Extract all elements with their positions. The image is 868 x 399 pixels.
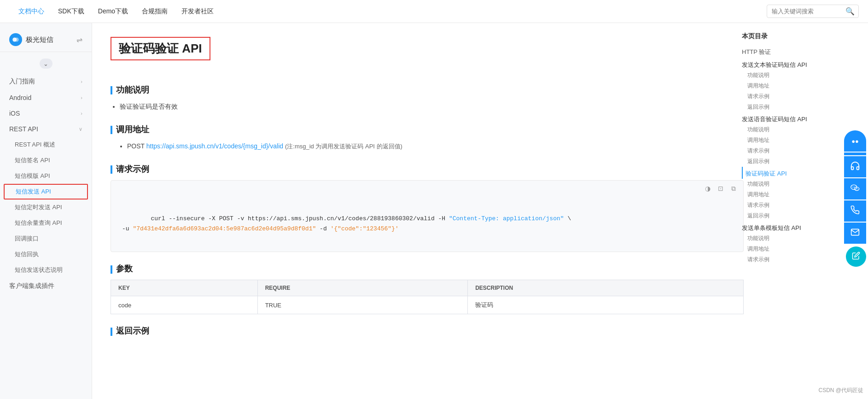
address-list: POST https://api.sms.jpush.cn/v1/codes/{… [127, 141, 744, 153]
nav-item-community[interactable]: 开发者社区 [181, 7, 214, 16]
svg-point-6 [856, 188, 856, 189]
toc-sub-address-4[interactable]: 调用地址 [742, 244, 833, 254]
search-box[interactable]: 🔍 [767, 5, 859, 18]
toc-section-send-template[interactable]: 发送单条模板短信 API [742, 221, 833, 233]
headset-icon [850, 161, 860, 173]
toc-section-send-text[interactable]: 发送文本验证码短信 API [742, 58, 833, 70]
svg-point-5 [854, 187, 855, 188]
sidebar-item-label: Android [9, 94, 31, 101]
wechat-icon [850, 183, 860, 195]
toc-sub-response-1[interactable]: 返回示例 [742, 102, 833, 112]
address-url[interactable]: https://api.sms.jpush.cn/v1/codes/{msg_i… [146, 142, 283, 150]
float-btn-headset[interactable] [844, 156, 866, 177]
chevron-right-icon: › [81, 95, 82, 100]
float-btn-email[interactable] [844, 223, 866, 244]
svg-point-7 [857, 188, 857, 189]
toc-sub-address-3[interactable]: 调用地址 [742, 189, 833, 200]
toc-section-verify[interactable]: 验证码验证 API [742, 167, 833, 179]
sidebar-item-label: iOS [9, 110, 20, 117]
section-title-response: 返回示例 [111, 325, 744, 336]
email-icon [851, 228, 860, 239]
page-title: 验证码验证 API [111, 37, 210, 60]
table-row: code TRUE 验证码 [111, 296, 744, 314]
toc-sub-function-4[interactable]: 功能说明 [742, 233, 833, 244]
function-list: 验证验证码是否有效 [120, 101, 744, 113]
nav-item-sdk[interactable]: SDK下载 [58, 7, 84, 16]
nav-item-compliance[interactable]: 合规指南 [142, 7, 168, 16]
sidebar-item-plugins[interactable]: 客户端集成插件 [0, 278, 92, 294]
sidebar-item-label: 入门指南 [9, 77, 35, 86]
code-block: curl --insecure -X POST -v https://api.s… [111, 196, 743, 252]
sidebar-brand: 极光短信 ⇌ [0, 28, 92, 52]
top-navigation: 文档中心 SDK下载 Demo下载 合规指南 开发者社区 🔍 [0, 0, 868, 23]
toc-item-http[interactable]: HTTP 验证 [742, 46, 833, 58]
toc-sub-request-2[interactable]: 请求示例 [742, 146, 833, 156]
sidebar-sub-item-callback[interactable]: 回调接口 [0, 231, 92, 246]
float-btn-phone[interactable] [844, 200, 866, 222]
address-note: (注:msg_id 为调用发送验证码 API 的返回值) [285, 143, 402, 150]
left-sidebar: 极光短信 ⇌ ⌄ 入门指南 › Android › iOS › REST API… [0, 23, 92, 399]
section-title-address: 调用地址 [111, 124, 744, 135]
float-buttons: ●● [844, 130, 868, 269]
code-block-wrapper: ◑ ⊡ ⧉ curl --insecure -X POST -v https:/… [111, 180, 744, 252]
sidebar-item-ios[interactable]: iOS › [0, 106, 92, 121]
sidebar-sub-item-send[interactable]: 短信发送 API [4, 184, 88, 200]
toc-sub-address-1[interactable]: 调用地址 [742, 81, 833, 91]
edit-icon [852, 252, 860, 262]
toc-title: 本页目录 [742, 32, 833, 41]
sidebar-sub-item-receipt[interactable]: 短信回执 [0, 246, 92, 262]
collapse-button[interactable]: ⌄ [40, 59, 52, 69]
code-toolbar: ◑ ⊡ ⧉ [111, 181, 743, 196]
toc-sub-response-2[interactable]: 返回示例 [742, 156, 833, 167]
sidebar-sub-item-scheduled[interactable]: 短信定时发送 API [0, 200, 92, 215]
table-header-description: DESCRIPTION [468, 280, 744, 296]
search-icon[interactable]: 🔍 [845, 7, 855, 16]
sidebar-sub-item-signature[interactable]: 短信签名 API [0, 153, 92, 168]
toc-sub-function-2[interactable]: 功能说明 [742, 124, 833, 135]
search-input[interactable] [772, 8, 845, 15]
address-list-item: POST https://api.sms.jpush.cn/v1/codes/{… [127, 141, 744, 153]
section-title-params: 参数 [111, 263, 744, 274]
sidebar-sub-item-balance[interactable]: 短信余量查询 API [0, 215, 92, 231]
float-btn-chat[interactable]: ●● [844, 130, 866, 152]
chevron-down-icon: ∨ [79, 126, 82, 132]
table-header-require: REQUIRE [257, 280, 468, 296]
sidebar-item-rest-api[interactable]: REST API ∨ [0, 121, 92, 137]
toc-sub-function-3[interactable]: 功能说明 [742, 179, 833, 189]
nav-item-demo[interactable]: Demo下载 [98, 7, 128, 16]
phone-icon [851, 205, 860, 217]
table-header-key: KEY [111, 280, 258, 296]
chevron-right-icon: › [81, 111, 82, 116]
float-btn-edit[interactable] [846, 246, 866, 267]
sidebar-item-label: 客户端集成插件 [9, 282, 54, 290]
sidebar-sub-item-template[interactable]: 短信模版 API [0, 168, 92, 184]
expand-button[interactable]: ⊡ [716, 183, 726, 194]
swap-icon[interactable]: ⇌ [76, 35, 82, 44]
toc-sub-request-3[interactable]: 请求示例 [742, 200, 833, 211]
float-btn-wechat[interactable] [844, 178, 866, 200]
svg-point-4 [853, 187, 854, 188]
sidebar-item-guide[interactable]: 入门指南 › [0, 73, 92, 90]
code-line-2: -u "7d431e42dfa6a6d693ac2d04:5e987ac6d2e… [122, 225, 399, 232]
toc-sub-response-3[interactable]: 返回示例 [742, 211, 833, 221]
nav-item-docs[interactable]: 文档中心 [18, 7, 44, 16]
toc-sub-address-2[interactable]: 调用地址 [742, 135, 833, 146]
table-cell-key: code [111, 296, 258, 314]
toc-sub-function-1[interactable]: 功能说明 [742, 70, 833, 81]
sidebar-sub-item-overview[interactable]: REST API 概述 [0, 137, 92, 153]
brand-name: 极光短信 [26, 35, 53, 44]
brand-icon [9, 33, 22, 46]
table-cell-description: 验证码 [468, 296, 744, 314]
nav-items: 文档中心 SDK下载 Demo下载 合规指南 开发者社区 [18, 7, 214, 16]
toc-section-send-voice[interactable]: 发送语音验证码短信 API [742, 112, 833, 124]
section-title-function: 功能说明 [111, 84, 744, 95]
params-table: KEY REQUIRE DESCRIPTION code TRUE 验证码 [111, 280, 744, 314]
float-btn-divider [844, 153, 866, 155]
theme-toggle-button[interactable]: ◑ [703, 183, 713, 194]
toc-sub-request-1[interactable]: 请求示例 [742, 91, 833, 102]
sidebar-sub-item-status[interactable]: 短信发送状态说明 [0, 262, 92, 278]
chat-icon: ●● [851, 138, 859, 145]
function-list-item: 验证验证码是否有效 [120, 101, 744, 113]
sidebar-item-android[interactable]: Android › [0, 90, 92, 106]
toc-sub-request-4[interactable]: 请求示例 [742, 254, 833, 265]
